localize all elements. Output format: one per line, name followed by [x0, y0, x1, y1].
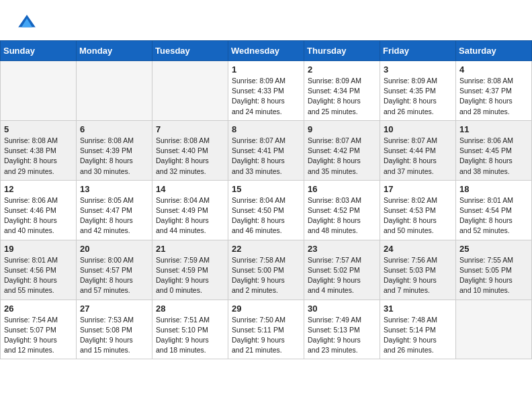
day-number: 21	[156, 244, 224, 254]
day-info: Sunrise: 8:02 AM Sunset: 4:53 PM Dayligh…	[384, 195, 452, 236]
day-number: 24	[384, 244, 452, 254]
weekday-header-friday: Friday	[380, 41, 456, 61]
day-number: 5	[4, 124, 73, 134]
calendar-cell: 14Sunrise: 8:04 AM Sunset: 4:49 PM Dayli…	[152, 180, 228, 240]
calendar-week-row: 19Sunrise: 8:01 AM Sunset: 4:56 PM Dayli…	[1, 240, 532, 300]
weekday-header-tuesday: Tuesday	[152, 41, 228, 61]
calendar-cell: 18Sunrise: 8:01 AM Sunset: 4:54 PM Dayli…	[456, 180, 532, 240]
day-info: Sunrise: 8:07 AM Sunset: 4:41 PM Dayligh…	[232, 136, 300, 177]
calendar-cell: 8Sunrise: 8:07 AM Sunset: 4:41 PM Daylig…	[228, 120, 304, 180]
calendar-cell: 31Sunrise: 7:48 AM Sunset: 5:14 PM Dayli…	[380, 300, 456, 359]
day-info: Sunrise: 8:09 AM Sunset: 4:35 PM Dayligh…	[384, 76, 452, 117]
day-number: 28	[156, 304, 224, 314]
day-info: Sunrise: 7:59 AM Sunset: 4:59 PM Dayligh…	[156, 255, 224, 296]
calendar-cell: 22Sunrise: 7:58 AM Sunset: 5:00 PM Dayli…	[228, 240, 304, 300]
calendar-cell	[456, 300, 532, 359]
day-number: 11	[459, 124, 528, 134]
calendar-cell: 15Sunrise: 8:04 AM Sunset: 4:50 PM Dayli…	[228, 180, 304, 240]
calendar-cell: 13Sunrise: 8:05 AM Sunset: 4:47 PM Dayli…	[77, 180, 152, 240]
weekday-header-monday: Monday	[77, 41, 152, 61]
calendar-cell: 4Sunrise: 8:08 AM Sunset: 4:37 PM Daylig…	[456, 61, 532, 121]
calendar-cell: 21Sunrise: 7:59 AM Sunset: 4:59 PM Dayli…	[152, 240, 228, 300]
calendar-cell: 19Sunrise: 8:01 AM Sunset: 4:56 PM Dayli…	[1, 240, 77, 300]
day-info: Sunrise: 7:48 AM Sunset: 5:14 PM Dayligh…	[384, 315, 452, 356]
calendar-cell: 24Sunrise: 7:56 AM Sunset: 5:03 PM Dayli…	[380, 240, 456, 300]
weekday-header-row: SundayMondayTuesdayWednesdayThursdayFrid…	[1, 41, 532, 61]
weekday-header-saturday: Saturday	[456, 41, 532, 61]
day-number: 7	[156, 124, 224, 134]
day-info: Sunrise: 7:53 AM Sunset: 5:08 PM Dayligh…	[80, 315, 148, 356]
calendar-week-row: 26Sunrise: 7:54 AM Sunset: 5:07 PM Dayli…	[1, 300, 532, 359]
day-number: 6	[80, 124, 148, 134]
day-number: 27	[80, 304, 148, 314]
calendar-cell: 3Sunrise: 8:09 AM Sunset: 4:35 PM Daylig…	[380, 61, 456, 121]
day-info: Sunrise: 8:01 AM Sunset: 4:54 PM Dayligh…	[459, 195, 528, 236]
day-info: Sunrise: 7:50 AM Sunset: 5:11 PM Dayligh…	[232, 315, 300, 356]
logo-icon	[16, 12, 38, 34]
calendar-week-row: 12Sunrise: 8:06 AM Sunset: 4:46 PM Dayli…	[1, 180, 532, 240]
page-header	[0, 0, 532, 40]
day-number: 22	[232, 244, 300, 254]
day-number: 12	[4, 184, 73, 194]
day-number: 17	[384, 184, 452, 194]
day-number: 14	[156, 184, 224, 194]
day-number: 4	[459, 64, 528, 75]
calendar-cell: 9Sunrise: 8:07 AM Sunset: 4:42 PM Daylig…	[304, 120, 380, 180]
calendar-cell: 11Sunrise: 8:06 AM Sunset: 4:45 PM Dayli…	[456, 120, 532, 180]
calendar-cell: 10Sunrise: 8:07 AM Sunset: 4:44 PM Dayli…	[380, 120, 456, 180]
day-info: Sunrise: 8:01 AM Sunset: 4:56 PM Dayligh…	[4, 255, 73, 296]
calendar-cell: 17Sunrise: 8:02 AM Sunset: 4:53 PM Dayli…	[380, 180, 456, 240]
day-number: 10	[384, 124, 452, 134]
day-number: 15	[232, 184, 300, 194]
calendar-cell: 26Sunrise: 7:54 AM Sunset: 5:07 PM Dayli…	[1, 300, 77, 359]
day-number: 19	[4, 244, 73, 254]
day-info: Sunrise: 7:51 AM Sunset: 5:10 PM Dayligh…	[156, 315, 224, 356]
day-number: 1	[232, 64, 300, 75]
calendar-cell	[77, 61, 152, 121]
calendar-cell: 1Sunrise: 8:09 AM Sunset: 4:33 PM Daylig…	[228, 61, 304, 121]
day-number: 23	[308, 244, 376, 254]
day-info: Sunrise: 8:09 AM Sunset: 4:34 PM Dayligh…	[308, 76, 376, 117]
calendar-cell	[1, 61, 77, 121]
calendar-cell: 28Sunrise: 7:51 AM Sunset: 5:10 PM Dayli…	[152, 300, 228, 359]
calendar-cell: 16Sunrise: 8:03 AM Sunset: 4:52 PM Dayli…	[304, 180, 380, 240]
day-info: Sunrise: 7:56 AM Sunset: 5:03 PM Dayligh…	[384, 255, 452, 296]
day-info: Sunrise: 8:03 AM Sunset: 4:52 PM Dayligh…	[308, 195, 376, 236]
day-info: Sunrise: 8:06 AM Sunset: 4:46 PM Dayligh…	[4, 195, 73, 236]
calendar-cell: 27Sunrise: 7:53 AM Sunset: 5:08 PM Dayli…	[77, 300, 152, 359]
day-number: 20	[80, 244, 148, 254]
day-info: Sunrise: 8:08 AM Sunset: 4:38 PM Dayligh…	[4, 136, 73, 177]
logo	[16, 12, 40, 34]
day-info: Sunrise: 7:58 AM Sunset: 5:00 PM Dayligh…	[232, 255, 300, 296]
weekday-header-wednesday: Wednesday	[228, 41, 304, 61]
weekday-header-thursday: Thursday	[304, 41, 380, 61]
day-info: Sunrise: 7:55 AM Sunset: 5:05 PM Dayligh…	[459, 255, 528, 296]
day-info: Sunrise: 8:06 AM Sunset: 4:45 PM Dayligh…	[459, 136, 528, 177]
day-number: 8	[232, 124, 300, 134]
calendar-cell: 7Sunrise: 8:08 AM Sunset: 4:40 PM Daylig…	[152, 120, 228, 180]
day-info: Sunrise: 7:57 AM Sunset: 5:02 PM Dayligh…	[308, 255, 376, 296]
day-info: Sunrise: 8:04 AM Sunset: 4:49 PM Dayligh…	[156, 195, 224, 236]
day-info: Sunrise: 8:08 AM Sunset: 4:37 PM Dayligh…	[459, 76, 528, 117]
day-number: 25	[459, 244, 528, 254]
day-number: 9	[308, 124, 376, 134]
day-info: Sunrise: 8:00 AM Sunset: 4:57 PM Dayligh…	[80, 255, 148, 296]
weekday-header-sunday: Sunday	[1, 41, 77, 61]
day-info: Sunrise: 8:04 AM Sunset: 4:50 PM Dayligh…	[232, 195, 300, 236]
calendar-week-row: 1Sunrise: 8:09 AM Sunset: 4:33 PM Daylig…	[1, 61, 532, 121]
calendar-cell	[152, 61, 228, 121]
calendar-cell: 20Sunrise: 8:00 AM Sunset: 4:57 PM Dayli…	[77, 240, 152, 300]
day-number: 18	[459, 184, 528, 194]
day-number: 3	[384, 64, 452, 75]
calendar-cell: 2Sunrise: 8:09 AM Sunset: 4:34 PM Daylig…	[304, 61, 380, 121]
calendar-cell: 5Sunrise: 8:08 AM Sunset: 4:38 PM Daylig…	[1, 120, 77, 180]
calendar-cell: 30Sunrise: 7:49 AM Sunset: 5:13 PM Dayli…	[304, 300, 380, 359]
day-info: Sunrise: 7:54 AM Sunset: 5:07 PM Dayligh…	[4, 315, 73, 356]
day-number: 2	[308, 64, 376, 75]
day-info: Sunrise: 8:07 AM Sunset: 4:42 PM Dayligh…	[308, 136, 376, 177]
day-info: Sunrise: 8:07 AM Sunset: 4:44 PM Dayligh…	[384, 136, 452, 177]
calendar-cell: 29Sunrise: 7:50 AM Sunset: 5:11 PM Dayli…	[228, 300, 304, 359]
day-number: 31	[384, 304, 452, 314]
day-number: 29	[232, 304, 300, 314]
calendar-cell: 12Sunrise: 8:06 AM Sunset: 4:46 PM Dayli…	[1, 180, 77, 240]
